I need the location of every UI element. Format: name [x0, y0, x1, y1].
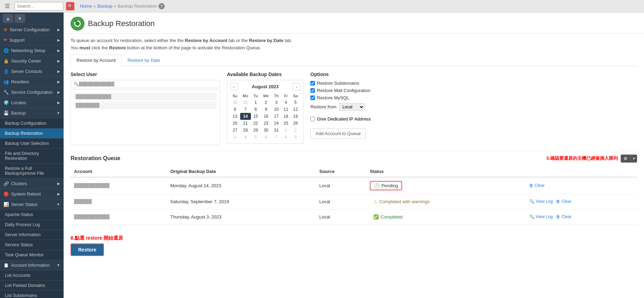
calendar-day[interactable]: 29	[251, 127, 260, 134]
sidebar-item-server-configuration[interactable]: ⚙ Server Configuration ▶	[0, 25, 64, 35]
sidebar-item-list-subdomains[interactable]: List Subdomains	[0, 291, 64, 298]
calendar-day[interactable]: 9	[291, 134, 300, 141]
restore-mail-checkbox[interactable]	[310, 88, 315, 93]
calendar-day[interactable]: 16	[260, 113, 271, 120]
sidebar-item-file-directory-restoration[interactable]: File and Directory Restoration	[0, 149, 64, 164]
sidebar-item-networking[interactable]: 🌐 Networking Setup ▶	[0, 45, 64, 56]
gear-button[interactable]: ⚙	[621, 155, 630, 163]
calendar-day[interactable]: 8	[281, 134, 291, 141]
calendar-day[interactable]: 22	[251, 120, 260, 127]
calendar-day[interactable]: 21	[240, 120, 251, 127]
calendar-day[interactable]: 4	[240, 134, 251, 141]
dedicated-ip-label[interactable]: Give Dedicated IP Address	[317, 116, 371, 122]
calendar-day[interactable]: 8	[251, 106, 260, 113]
restore-mysql-checkbox[interactable]	[310, 96, 315, 100]
calendar-day[interactable]: 31	[271, 127, 281, 134]
sidebar-item-backup[interactable]: 💾 Backup ▼	[0, 108, 64, 118]
sidebar-item-task-queue-monitor[interactable]: Task Queue Monitor	[0, 250, 64, 260]
sidebar-down-arrow[interactable]: ▼	[15, 14, 25, 23]
breadcrumb-backup[interactable]: Backup	[97, 3, 112, 9]
gear-dropdown-button[interactable]: ▾	[630, 155, 637, 163]
row1-clear-link[interactable]: 🗑 Clear	[529, 183, 545, 188]
sidebar-item-server-contacts[interactable]: 👤 Server Contacts ▶	[0, 66, 64, 77]
calendar-day[interactable]: 18	[281, 113, 291, 120]
calendar-next-button[interactable]: ›	[293, 83, 300, 91]
calendar-day[interactable]: 9	[260, 106, 271, 113]
calendar-day[interactable]: 14	[240, 113, 251, 120]
calendar-day[interactable]: 20	[230, 120, 240, 127]
calendar-day[interactable]: 2	[291, 127, 300, 134]
restore-mysql-label[interactable]: Restore MySQL	[317, 95, 349, 100]
restore-from-select[interactable]: Local Remote	[339, 103, 365, 111]
calendar-day[interactable]: 19	[291, 113, 300, 120]
calendar-day[interactable]: 12	[291, 106, 300, 113]
sidebar-item-backup-user-selection[interactable]: Backup User Selection	[0, 139, 64, 149]
row3-view-log-link[interactable]: 🔍 View Log	[529, 214, 553, 219]
calendar-day[interactable]: 1	[251, 99, 260, 106]
sidebar-item-apache-status[interactable]: Apache Status	[0, 210, 64, 220]
calendar-day[interactable]: 3	[230, 134, 240, 141]
calendar-day[interactable]: 4	[281, 99, 291, 106]
global-search-input[interactable]	[15, 2, 63, 10]
sidebar-item-support[interactable]: ❤ Support ▶	[0, 35, 64, 45]
row3-clear-link[interactable]: 🗑 Clear	[556, 214, 571, 219]
calendar-day[interactable]: 6	[230, 106, 240, 113]
sidebar-item-system-reboot[interactable]: 🔴 System Reboot ▶	[0, 189, 64, 199]
global-search-button[interactable]: 🔍	[66, 2, 74, 10]
sidebar-item-list-parked-domains[interactable]: List Parked Domains	[0, 281, 64, 291]
calendar-day[interactable]: 30	[260, 127, 271, 134]
sidebar-item-backup-configuration[interactable]: Backup Configuration	[0, 118, 64, 129]
calendar-day[interactable]: 31	[240, 99, 251, 106]
calendar-day[interactable]: 24	[271, 120, 281, 127]
calendar-day[interactable]: 30	[230, 99, 240, 106]
sidebar-item-locales[interactable]: 🌍 Locales ▶	[0, 98, 64, 108]
restore-subdomains-label[interactable]: Restore Subdomains	[317, 81, 359, 86]
calendar-day[interactable]: 27	[230, 127, 240, 134]
calendar-day[interactable]: 15	[251, 113, 260, 120]
row2-clear-link[interactable]: 🗑 Clear	[556, 199, 571, 204]
calendar-day[interactable]: 13	[230, 113, 240, 120]
sidebar-item-clusters[interactable]: 🔗 Clusters ▶	[0, 179, 64, 189]
calendar-day[interactable]: 1	[281, 127, 291, 134]
calendar-day[interactable]: 6	[260, 134, 271, 141]
calendar-day[interactable]: 7	[271, 134, 281, 141]
sidebar-item-resellers[interactable]: 👥 Resellers ▶	[0, 77, 64, 87]
user-search-input[interactable]	[79, 82, 217, 86]
list-item[interactable]: ████████	[74, 101, 217, 109]
hamburger-menu[interactable]: ☰	[3, 3, 12, 9]
calendar-day[interactable]: 11	[281, 106, 291, 113]
sidebar-up-arrow[interactable]: ▲	[3, 14, 13, 23]
sidebar-item-server-information[interactable]: Server Information	[0, 230, 64, 240]
dedicated-ip-checkbox[interactable]	[310, 117, 315, 121]
sidebar-item-restore-full-backup[interactable]: Restore a Full Backup/cpmove File	[0, 164, 64, 179]
calendar-day[interactable]: 7	[240, 106, 251, 113]
breadcrumb-home[interactable]: Home	[80, 3, 92, 9]
restore-button[interactable]: Restore	[71, 243, 104, 256]
sidebar-item-backup-restoration[interactable]: Backup Restoration	[0, 129, 64, 139]
calendar-day[interactable]: 25	[281, 120, 291, 127]
sidebar-item-service-status[interactable]: Service Status	[0, 240, 64, 250]
restore-subdomains-checkbox[interactable]	[310, 81, 315, 85]
calendar-day[interactable]: 5	[291, 99, 300, 106]
tab-restore-by-account[interactable]: Restore by Account	[71, 55, 122, 66]
sidebar-item-list-accounts[interactable]: List Accounts	[0, 271, 64, 281]
calendar-day[interactable]: 3	[271, 99, 281, 106]
list-item[interactable]: ████████████	[74, 93, 217, 100]
calendar-day[interactable]: 26	[291, 120, 300, 127]
calendar-prev-button[interactable]: ‹	[230, 83, 238, 91]
calendar-day[interactable]: 5	[251, 134, 260, 141]
restore-mail-label[interactable]: Restore Mail Configuration	[317, 88, 370, 93]
calendar-day[interactable]: 23	[260, 120, 271, 127]
add-account-to-queue-button[interactable]: Add Account to Queue	[310, 129, 366, 139]
sidebar-item-service-configuration[interactable]: 🔧 Service Configuration ▶	[0, 87, 64, 98]
calendar-day[interactable]: 17	[271, 113, 281, 120]
help-icon[interactable]: ?	[158, 3, 165, 9]
tab-restore-by-date[interactable]: Restore by Date	[122, 55, 166, 66]
sidebar-item-daily-process-log[interactable]: Daily Process Log	[0, 220, 64, 230]
sidebar-item-server-status[interactable]: 📊 Server Status ▼	[0, 199, 64, 210]
row2-view-log-link[interactable]: 🔍 View Log	[529, 199, 553, 204]
sidebar-item-account-information[interactable]: 📋 Account Information ▼	[0, 260, 64, 271]
calendar-day[interactable]: 10	[271, 106, 281, 113]
calendar-day[interactable]: 2	[260, 99, 271, 106]
sidebar-item-security[interactable]: 🔒 Security Center ▶	[0, 56, 64, 66]
